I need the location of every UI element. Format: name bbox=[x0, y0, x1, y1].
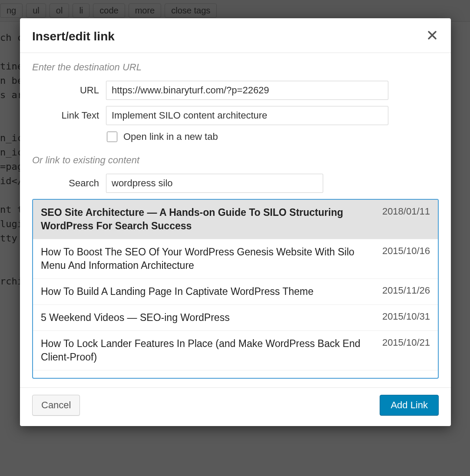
url-row: URL bbox=[32, 81, 439, 100]
result-title: How To Build A Landing Page In Captivate… bbox=[41, 285, 382, 298]
result-item[interactable]: SEO Site Architecture — A Hands-on Guide… bbox=[33, 200, 438, 239]
destination-url-heading: Enter the destination URL bbox=[32, 62, 439, 73]
cancel-button[interactable]: Cancel bbox=[32, 395, 80, 416]
search-label: Search bbox=[32, 178, 106, 189]
result-title: SEO Site Architecture — A Hands-on Guide… bbox=[41, 206, 382, 233]
insert-link-modal: Insert/edit link Enter the destination U… bbox=[20, 18, 451, 426]
close-icon[interactable] bbox=[426, 28, 439, 45]
result-date: 2018/01/11 bbox=[382, 206, 430, 217]
newtab-label: Open link in a new tab bbox=[123, 131, 218, 142]
result-title: How To Boost The SEO Of Your WordPress G… bbox=[41, 245, 382, 272]
result-date: 2015/10/31 bbox=[382, 311, 430, 322]
result-item[interactable]: 5 Weekend Videos — SEO-ing WordPress2015… bbox=[33, 305, 438, 331]
result-title: 5 Weekend Videos — SEO-ing WordPress bbox=[41, 311, 382, 324]
result-date: 2015/11/26 bbox=[382, 285, 430, 296]
search-input[interactable] bbox=[106, 174, 323, 193]
linktext-row: Link Text bbox=[32, 106, 439, 125]
result-title: How To Lock Lander Features In Place (an… bbox=[41, 337, 382, 364]
url-label: URL bbox=[32, 85, 106, 96]
result-date: 2015/10/06 bbox=[382, 377, 430, 379]
result-item[interactable]: How To Build A Landing Page In Captivate… bbox=[33, 279, 438, 305]
newtab-row: Open link in a new tab bbox=[32, 131, 439, 142]
newtab-checkbox[interactable] bbox=[107, 132, 117, 142]
add-link-button[interactable]: Add Link bbox=[380, 395, 439, 416]
modal-footer: Cancel Add Link bbox=[20, 387, 451, 426]
linktext-input[interactable] bbox=[106, 106, 388, 125]
result-date: 2015/10/21 bbox=[382, 337, 430, 348]
search-results: SEO Site Architecture — A Hands-on Guide… bbox=[32, 199, 439, 379]
modal-header: Insert/edit link bbox=[20, 18, 451, 53]
existing-content-heading: Or link to existing content bbox=[32, 155, 439, 166]
result-item[interactable]: How To Lock Lander Features In Place (an… bbox=[33, 331, 438, 370]
modal-title: Insert/edit link bbox=[32, 30, 115, 43]
result-item[interactable]: Announcing Xposure WordPress Genesis The… bbox=[33, 370, 438, 379]
result-title: Announcing Xposure WordPress Genesis The… bbox=[41, 377, 382, 379]
result-date: 2015/10/16 bbox=[382, 245, 430, 257]
search-row: Search bbox=[32, 174, 439, 193]
result-item[interactable]: How To Boost The SEO Of Your WordPress G… bbox=[33, 239, 438, 279]
url-input[interactable] bbox=[106, 81, 388, 100]
linktext-label: Link Text bbox=[32, 110, 106, 121]
modal-body: Enter the destination URL URL Link Text … bbox=[20, 53, 451, 379]
